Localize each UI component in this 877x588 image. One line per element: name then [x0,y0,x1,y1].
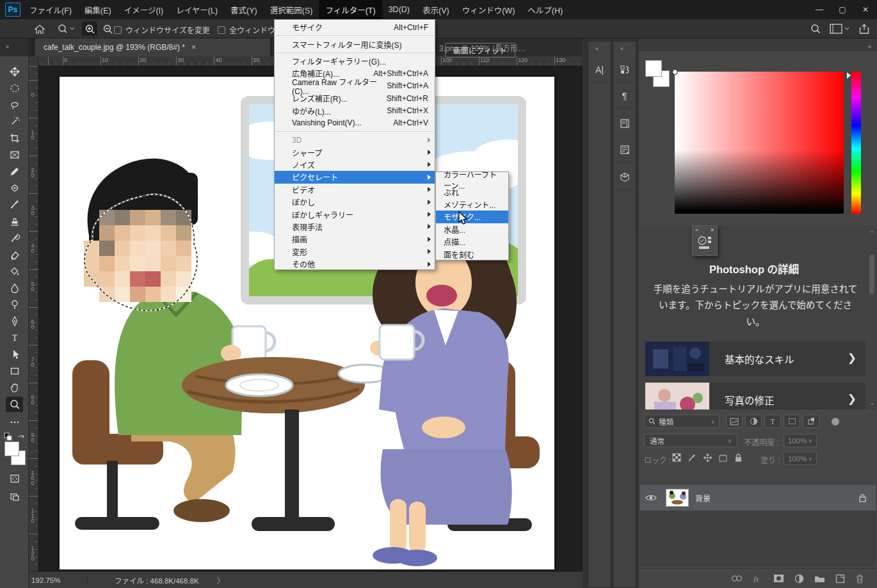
clone-stamp-tool[interactable] [6,214,23,229]
menu-item-convert-smart-filter[interactable]: スマートフィルター用に変換(S) [275,38,435,50]
menu-help[interactable]: ヘルプ(H) [521,0,569,19]
menu-image[interactable]: イメージ(I) [118,0,170,19]
rectangle-tool[interactable] [6,363,23,379]
lock-position-icon[interactable] [703,453,712,463]
elliptical-marquee-tool[interactable] [6,81,23,96]
brush-tool[interactable] [6,197,23,212]
layer-lock-icon[interactable] [858,493,867,502]
new-adjustment-layer-icon[interactable] [794,574,804,584]
close-icon[interactable]: ✕ [854,0,877,19]
collapse-panels-icon[interactable]: » [868,44,871,50]
expand-panels-icon[interactable]: « [595,45,598,52]
scrollbar-thumb[interactable] [869,255,874,294]
foreground-color-swatch[interactable] [4,441,19,456]
layer-thumbnail[interactable] [666,489,689,507]
zoom-level-field[interactable]: 192.75% [31,576,88,584]
character-panel-icon[interactable]: A| [590,57,609,83]
pen-tool[interactable] [6,314,23,329]
menu-item-other[interactable]: その他 [275,258,435,270]
layer-style-fx-icon[interactable]: fx [753,575,763,583]
menu-item-vanishing-point[interactable]: Vanishing Point(V)...Alt+Ctrl+V [275,117,435,129]
menu-item-noise[interactable]: ノイズ [275,159,435,171]
3d-panel-icon[interactable] [615,164,634,190]
screen-mode-icon[interactable] [6,489,23,504]
submenu-item-fragment[interactable]: ぶれ [436,186,508,198]
frame-tool[interactable] [6,147,23,163]
checkbox-icon[interactable] [114,26,122,34]
scroll-up-icon[interactable]: ⌃ [869,230,874,237]
eraser-tool[interactable] [6,247,23,262]
toolbar-collapse-icon[interactable]: » [6,44,8,50]
lasso-tool[interactable] [6,97,23,113]
lock-transparency-icon[interactable] [672,453,682,463]
menu-select[interactable]: 選択範囲(S) [264,0,319,19]
eyedropper-tool[interactable] [6,164,23,179]
lock-pixels-icon[interactable] [688,453,697,463]
menu-filter[interactable]: フィルター(T) [319,0,382,19]
menu-edit[interactable]: 編集(E) [78,0,118,19]
properties-panel-icon[interactable] [615,111,634,136]
tab-close-icon[interactable]: × [191,43,196,52]
move-tool[interactable] [6,64,23,79]
history-brush-tool[interactable] [6,230,23,246]
layer-filter-search[interactable]: 種類 ∨ [644,415,720,428]
menu-view[interactable]: 表示(V) [416,0,456,19]
scroll-down-icon[interactable]: ⌄ [869,399,874,406]
zoom-tool-options-icon[interactable] [54,22,78,36]
status-chevron-icon[interactable]: 〉 [217,575,225,585]
new-group-icon[interactable] [814,575,825,583]
submenu-item-facet[interactable]: 面を刻む [436,248,508,260]
fill-field[interactable]: 100% ∨ [784,452,817,465]
magic-wand-tool[interactable] [6,114,23,129]
opacity-field[interactable]: 100% ∨ [784,434,817,447]
maximize-icon[interactable]: ▢ [831,0,854,19]
vertical-ruler[interactable]: 0102030405060708090100110120130 [29,66,38,571]
filter-toggle-icon[interactable] [831,417,840,426]
submenu-item-mezzotint[interactable]: メゾティント... [436,198,508,211]
expand-panels-icon[interactable]: « [620,45,623,52]
menu-type[interactable]: 書式(Y) [224,0,264,19]
paragraph-panel-icon[interactable]: ¶ [615,83,634,109]
lock-all-icon[interactable] [734,453,743,463]
visibility-eye-icon[interactable] [645,494,657,502]
share-icon[interactable] [857,22,872,36]
menu-3d[interactable]: 3D(D) [382,0,416,19]
submenu-item-crystallize[interactable]: 水晶... [436,223,508,235]
paint-bucket-tool[interactable] [6,264,23,279]
collapsed-learn-panel[interactable]: » ✕ [692,225,718,256]
blend-mode-select[interactable]: 通常 ∨ [644,434,737,447]
filter-shape-icon[interactable] [784,415,800,428]
lock-artboard-icon[interactable] [718,453,728,463]
resize-windows-checkbox[interactable]: ウィンドウサイズを変更 [114,24,210,35]
menu-item-lens-correction[interactable]: レンズ補正(R)...Shift+Ctrl+R [275,92,435,104]
hue-slider[interactable] [851,72,861,214]
path-selection-tool[interactable] [6,347,23,362]
spot-healing-brush-tool[interactable] [6,180,23,196]
menu-item-stylize[interactable]: 表現手法 [275,221,435,233]
submenu-item-mosaic[interactable]: モザイク... [436,211,508,223]
filter-image-icon[interactable] [726,415,743,428]
zoom-tool[interactable] [6,397,23,412]
color-saturation-field[interactable] [675,72,844,214]
quick-mask-icon[interactable] [6,471,23,486]
add-mask-icon[interactable] [773,574,784,583]
menu-item-pixelate[interactable]: ピクセレート [275,171,435,183]
submenu-item-pointillize[interactable]: 点描... [436,235,508,248]
delete-layer-icon[interactable] [855,574,864,584]
menu-item-camera-raw[interactable]: Camera Raw フィルター(C)...Shift+Ctrl+A [275,80,435,92]
zoom-out-icon[interactable] [100,22,115,36]
submenu-item-color-halftone[interactable]: カラーハーフトーン... [436,173,508,186]
link-layers-icon[interactable] [731,575,743,582]
menu-item-render[interactable]: 描画 [275,233,435,245]
close-icon[interactable]: ✕ [710,227,714,233]
learning-card-basic-skills[interactable]: 基本的なスキル ❯ [645,342,865,376]
layer-comps-panel-icon[interactable] [615,137,634,163]
layer-list-empty-area[interactable] [640,511,876,567]
menu-item-video[interactable]: ビデオ [275,184,435,196]
menu-item-filter-gallery[interactable]: フィルターギャラリー(G)... [275,55,435,67]
hue-slider-marker[interactable] [847,72,851,79]
glyphs-panel-icon[interactable] [615,57,634,83]
menu-item-distort[interactable]: 変形 [275,246,435,258]
hand-tool[interactable] [6,380,23,395]
menu-item-sharpen[interactable]: シャープ [275,147,435,159]
